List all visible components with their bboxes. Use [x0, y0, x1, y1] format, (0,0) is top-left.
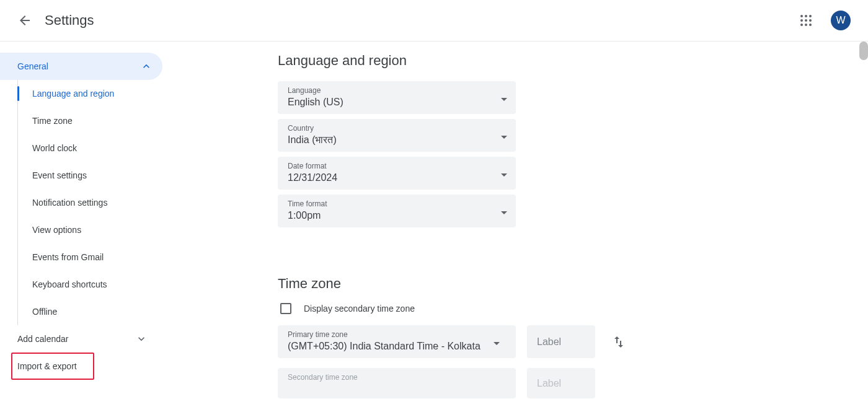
country-select-value: India (भारत): [288, 134, 506, 146]
nav-language-region[interactable]: Language and region: [18, 80, 164, 107]
nav-view-options[interactable]: View options: [18, 216, 164, 243]
primary-tz-label: Primary time zone: [288, 330, 506, 339]
dropdown-arrow-icon: [501, 92, 507, 103]
secondary-tz-checkbox-label: Display secondary time zone: [304, 304, 415, 314]
nav-general-label: General: [17, 61, 48, 71]
section-title-language: Language and region: [278, 53, 853, 69]
chevron-up-icon: [140, 60, 153, 72]
nav-world-clock[interactable]: World clock: [18, 134, 164, 162]
chevron-down-icon: [135, 333, 148, 345]
nav-timezone[interactable]: Time zone: [18, 107, 164, 134]
nav-notification-settings[interactable]: Notification settings: [18, 189, 164, 216]
primary-tz-row: Primary time zone (GMT+05:30) India Stan…: [278, 325, 853, 358]
apps-grid-icon: [800, 15, 812, 26]
swap-vertical-icon: [611, 335, 626, 349]
header-right: W: [791, 6, 858, 35]
dropdown-arrow-icon: [494, 336, 500, 348]
nav-add-calendar[interactable]: Add calendar: [0, 325, 164, 353]
secondary-tz-label-input[interactable]: Label: [527, 368, 595, 398]
nav-event-settings[interactable]: Event settings: [18, 162, 164, 189]
sidebar: General Language and region Time zone Wo…: [0, 42, 164, 399]
secondary-tz-label: Secondary time zone: [288, 373, 506, 382]
nav-sub-items: Language and region Time zone World cloc…: [17, 80, 164, 325]
dropdown-arrow-icon: [501, 130, 507, 141]
google-apps-button[interactable]: [791, 6, 821, 35]
nav-events-gmail[interactable]: Events from Gmail: [18, 243, 164, 271]
avatar[interactable]: W: [831, 11, 851, 30]
secondary-tz-row: Secondary time zone Label: [278, 368, 853, 398]
primary-tz-select[interactable]: Primary time zone (GMT+05:30) India Stan…: [278, 325, 516, 358]
nav-import-export[interactable]: Import & export: [11, 353, 94, 380]
nav-keyboard-shortcuts[interactable]: Keyboard shortcuts: [18, 271, 164, 298]
secondary-tz-select[interactable]: Secondary time zone: [278, 368, 516, 398]
language-select-value: English (US): [288, 97, 506, 108]
dropdown-arrow-icon: [501, 206, 507, 217]
nav-import-export-label: Import & export: [17, 361, 77, 371]
date-format-select[interactable]: Date format 12/31/2024: [278, 157, 516, 190]
time-format-select-value: 1:00pm: [288, 210, 506, 221]
header: Settings W: [0, 0, 868, 42]
scrollbar[interactable]: [859, 42, 868, 60]
main: Language and region Language English (US…: [164, 42, 868, 399]
nav-general[interactable]: General: [0, 53, 162, 80]
time-format-select[interactable]: Time format 1:00pm: [278, 195, 516, 227]
language-select-label: Language: [288, 86, 506, 95]
content: General Language and region Time zone Wo…: [0, 42, 868, 399]
swap-tz-button[interactable]: [606, 325, 631, 358]
time-format-select-label: Time format: [288, 200, 506, 208]
arrow-back-icon: [17, 13, 32, 28]
date-format-select-value: 12/31/2024: [288, 172, 506, 183]
dropdown-arrow-icon: [501, 168, 507, 179]
back-button[interactable]: [10, 6, 40, 35]
secondary-tz-checkbox[interactable]: [280, 303, 291, 314]
primary-tz-value: (GMT+05:30) India Standard Time - Kolkat…: [288, 341, 506, 352]
primary-tz-label-input[interactable]: Label: [527, 325, 595, 358]
country-select-label: Country: [288, 124, 506, 133]
nav-offline[interactable]: Offline: [18, 298, 164, 325]
nav-add-calendar-label: Add calendar: [17, 334, 69, 344]
page-title: Settings: [45, 12, 94, 28]
date-format-select-label: Date format: [288, 162, 506, 170]
language-select[interactable]: Language English (US): [278, 81, 516, 114]
section-title-timezone: Time zone: [278, 276, 853, 292]
country-select[interactable]: Country India (भारत): [278, 119, 516, 152]
secondary-tz-checkbox-row: Display secondary time zone: [278, 303, 853, 314]
